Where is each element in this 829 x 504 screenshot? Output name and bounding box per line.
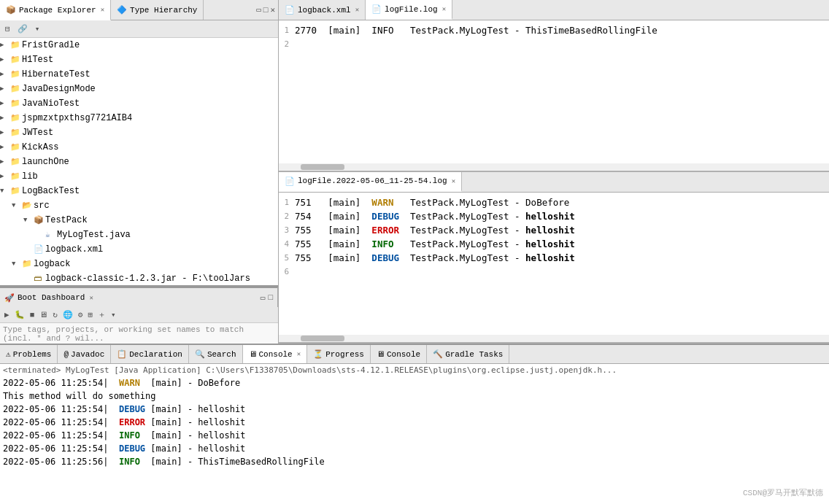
tree-item[interactable]: ▶📁lib: [0, 169, 278, 184]
console-tab[interactable]: 🖥 Console: [371, 345, 427, 363]
top-editor-content[interactable]: 12770 [main] INFO TestPack.MyLogTest - T…: [279, 20, 829, 163]
bd-debug-icon[interactable]: 🐛: [13, 309, 26, 320]
sidebar: 📦 Package Explorer ✕ 🔷 Type Hierarchy ▭ …: [0, 0, 279, 344]
tab-type-hierarchy-label: Type Hierarchy: [130, 6, 197, 15]
tree-arrow: ▶: [0, 170, 10, 183]
bd-refresh-icon[interactable]: ↻: [51, 309, 59, 320]
tree-item[interactable]: ▶📁H1Test: [0, 53, 278, 67]
line-number: 6: [279, 265, 295, 279]
console-content[interactable]: <terminated> MyLogTest [Java Application…: [0, 364, 829, 504]
bd-start-icon[interactable]: ▶: [3, 309, 11, 320]
bd-stop-icon[interactable]: ■: [28, 310, 36, 320]
tree-label: KickAss: [22, 141, 278, 154]
console-line: 2022-05-06 11:25:54| DEBUG [main] - hell…: [3, 403, 826, 416]
link-with-editor-icon[interactable]: 🔗: [15, 23, 30, 34]
bd-more-icon[interactable]: ▾: [109, 309, 117, 320]
console-tab-label: Gradle Tasks: [445, 350, 503, 359]
tree-item[interactable]: ▼📂src: [0, 198, 278, 213]
tree-arrow: ▼: [12, 199, 22, 212]
tab-logfile-log-close[interactable]: ✕: [442, 5, 446, 13]
tree-item[interactable]: ▼📁logback: [0, 257, 278, 271]
console-tabs: ⚠ Problems@ Javadoc📋 Declaration🔍 Search…: [0, 345, 829, 364]
tree-item[interactable]: ▶📁FristGradle: [0, 38, 278, 53]
sidebar-menu-icon[interactable]: ▾: [33, 23, 42, 34]
tab-logfile-log[interactable]: 📄 logFile.log ✕: [366, 0, 452, 20]
package-explorer-icon: 📦: [6, 5, 16, 15]
tab-logfile-dated-close[interactable]: ✕: [452, 177, 455, 185]
tree-item[interactable]: ▶📁HibernateTest: [0, 67, 278, 82]
console-tab-label: Problems: [13, 350, 52, 359]
sidebar-tree: ▶📁FristGradle▶📁H1Test▶📁HibernateTest▶📁Ja…: [0, 38, 278, 285]
boot-dashboard: 🚀 Boot Dashboard ✕ ▭ □ ▶ 🐛 ■ 🖥 ↻ 🌐 ⚙ ⊞: [0, 285, 278, 344]
top-editor-scrollbar[interactable]: [279, 163, 829, 171]
bd-open-console-icon[interactable]: 🖥: [38, 309, 49, 320]
console-line: 2022-05-06 11:25:56| INFO [main] - ThisT…: [3, 455, 826, 468]
editor-line: 5755 [main] DEBUG TestPack.MyLogTest - h…: [279, 251, 829, 265]
console-tab-close[interactable]: ✕: [297, 350, 301, 358]
console-tab[interactable]: 📋 Declaration: [111, 345, 189, 363]
maximize-icon[interactable]: □: [263, 6, 269, 15]
editor-line: 1751 [main] WARN TestPack.MyLogTest - Do…: [279, 195, 829, 209]
tree-arrow: ▶: [0, 112, 10, 125]
console-tab-icon: ⚠: [6, 349, 11, 359]
console-tab[interactable]: @ Javadoc: [58, 345, 111, 363]
tree-icon: 📄: [34, 243, 45, 256]
console-tab-label: Search: [207, 350, 236, 359]
tree-arrow: ▶: [0, 82, 10, 96]
console-line: 2022-05-06 11:25:54| WARN [main] - DoBef…: [3, 376, 826, 389]
minimize-icon[interactable]: ▭: [256, 5, 261, 15]
tab-logfile-dated[interactable]: 📄 logFile.2022-05-06_11-25-54.log ✕: [279, 172, 462, 192]
tree-icon: 📂: [22, 199, 34, 212]
line-number: 3: [279, 223, 295, 237]
tree-item[interactable]: ▶📁JavaNioTest: [0, 96, 278, 111]
tree-icon: 📁: [10, 155, 22, 168]
boot-dashboard-tab[interactable]: 🚀 Boot Dashboard ✕ ▭ □: [0, 287, 278, 307]
console-tab[interactable]: ⏳ Progress: [307, 345, 371, 363]
bd-minimize-icon[interactable]: ▭: [261, 293, 266, 303]
tree-item[interactable]: ☕MyLogTest.java: [0, 228, 278, 242]
bd-filter-icon[interactable]: ⊞: [86, 309, 94, 320]
tree-item[interactable]: ▶📁JWTest: [0, 125, 278, 140]
tree-item[interactable]: ▶📁launchOne: [0, 155, 278, 169]
tab-package-explorer[interactable]: 📦 Package Explorer ✕: [0, 0, 111, 20]
tree-label: logback-classic-1.2.3.jar - F:\toolJars: [45, 272, 278, 285]
tree-item[interactable]: ▼📦TestPack: [0, 213, 278, 228]
bottom-editor-scrollbar[interactable]: [279, 335, 829, 342]
tree-item[interactable]: 🗃logback-classic-1.2.3.jar - F:\toolJars: [0, 271, 278, 285]
editor-line: 3755 [main] ERROR TestPack.MyLogTest - h…: [279, 223, 829, 237]
tab-logfile-dated-label: logFile.2022-05-06_11-25-54.log: [298, 177, 447, 185]
bd-add-icon[interactable]: ＋: [96, 309, 107, 321]
tree-item[interactable]: ▼📁LogBackTest: [0, 184, 278, 198]
console-tab-icon: @: [63, 350, 69, 359]
boot-dashboard-close[interactable]: ✕: [89, 294, 93, 302]
tab-package-explorer-close[interactable]: ✕: [101, 6, 104, 14]
console-tab-icon: 🖥: [249, 349, 257, 359]
tab-package-explorer-label: Package Explorer: [19, 6, 96, 15]
tree-icon: 📁: [10, 68, 22, 81]
bd-maximize-icon[interactable]: □: [268, 293, 273, 302]
bd-open-browser-icon[interactable]: 🌐: [61, 309, 74, 320]
bd-properties-icon[interactable]: ⚙: [77, 309, 85, 320]
tree-item[interactable]: ▶📁JavaDesignMode: [0, 82, 278, 96]
close-sidebar-icon[interactable]: ✕: [270, 5, 275, 15]
tab-type-hierarchy[interactable]: 🔷 Type Hierarchy: [111, 0, 204, 20]
line-number: 4: [279, 237, 295, 251]
console-tab[interactable]: 🔍 Search: [189, 345, 243, 363]
tree-icon: 📁: [10, 53, 22, 66]
tree-label: launchOne: [22, 155, 278, 168]
console-tab[interactable]: 🖥 Console✕: [243, 345, 308, 363]
logback-xml-icon: 📄: [285, 5, 295, 15]
tree-item[interactable]: ▶📁jspmzxtpxthsg7721AIB4: [0, 111, 278, 125]
tab-logback-xml-close[interactable]: ✕: [355, 6, 359, 14]
editor-line: 2754 [main] DEBUG TestPack.MyLogTest - h…: [279, 209, 829, 223]
tab-logback-xml[interactable]: 📄 logback.xml ✕: [279, 0, 366, 20]
line-content: 751 [main] WARN TestPack.MyLogTest - DoB…: [295, 195, 829, 209]
collapse-all-icon[interactable]: ⊟: [3, 23, 12, 34]
tree-item[interactable]: ▶📁KickAss: [0, 140, 278, 155]
console-tab[interactable]: 🔨 Gradle Tasks: [427, 345, 509, 363]
console-tab[interactable]: ⚠ Problems: [0, 345, 58, 363]
tree-icon: 📁: [10, 126, 22, 139]
tree-item[interactable]: 📄logback.xml: [0, 242, 278, 257]
tree-label: TestPack: [45, 214, 278, 227]
bottom-editor-content[interactable]: 1751 [main] WARN TestPack.MyLogTest - Do…: [279, 193, 829, 336]
